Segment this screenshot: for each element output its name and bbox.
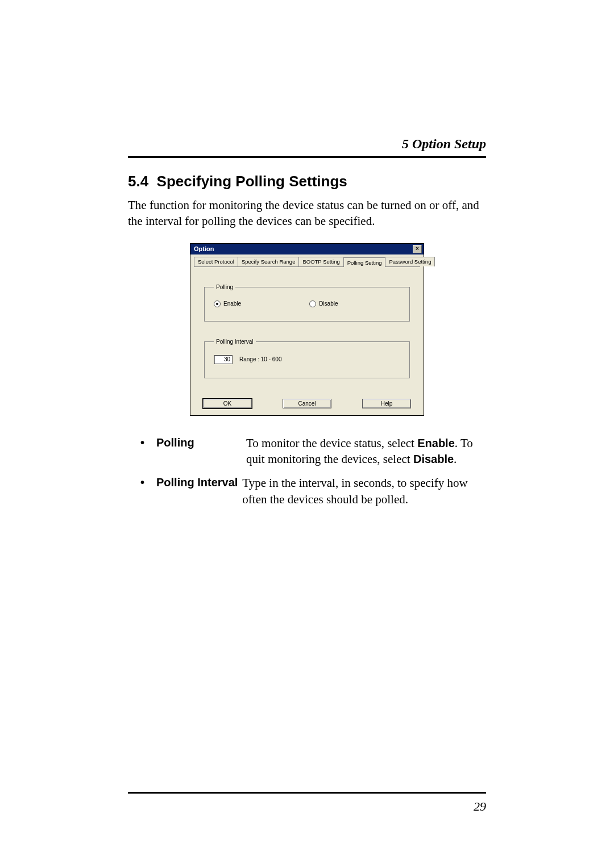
section-intro: The function for monitoring the device s… [128, 197, 486, 229]
bullet-icon: • [128, 475, 156, 507]
polling-group: Polling Enable Disable [204, 284, 410, 322]
footer-rule [128, 792, 486, 794]
tab-password-setting[interactable]: Password Setting [385, 257, 435, 266]
def-polling-enable: Enable [417, 437, 455, 449]
dialog-button-row: OK Cancel Help [194, 395, 420, 411]
definition-list: • Polling To monitor the device status, … [128, 435, 486, 507]
polling-disable-option[interactable]: Disable [309, 301, 338, 307]
def-polling-text-3: . [454, 452, 457, 466]
polling-radio-row: Enable Disable [214, 301, 400, 307]
section-number: 5.4 [128, 173, 148, 190]
dialog-tabs: Select Protocol Specify Search Range BOO… [194, 257, 420, 267]
dialog-body: Select Protocol Specify Search Range BOO… [190, 254, 424, 415]
dialog-screenshot: Option × Select Protocol Specify Search … [128, 243, 486, 416]
polling-interval-group: Polling Interval 30 Range : 10 - 600 [204, 339, 410, 378]
polling-interval-range: Range : 10 - 600 [239, 356, 282, 362]
ok-button[interactable]: OK [203, 399, 252, 408]
help-button[interactable]: Help [362, 399, 411, 408]
document-page: 5 Option Setup 5.4 Specifying Polling Se… [0, 0, 614, 868]
def-interval-term: Polling Interval [156, 475, 238, 507]
radio-icon [309, 301, 316, 307]
close-icon[interactable]: × [413, 245, 422, 253]
tab-specify-search-range[interactable]: Specify Search Range [238, 257, 300, 266]
option-dialog: Option × Select Protocol Specify Search … [190, 243, 424, 416]
bullet-icon: • [128, 435, 156, 468]
page-footer: 29 [128, 792, 486, 814]
polling-enable-option[interactable]: Enable [214, 301, 241, 307]
tab-select-protocol[interactable]: Select Protocol [194, 257, 238, 266]
polling-enable-label: Enable [223, 301, 241, 307]
polling-legend: Polling [214, 284, 235, 290]
def-polling-desc: To monitor the device status, select Ena… [246, 435, 486, 468]
section-heading: Specifying Polling Settings [157, 173, 347, 190]
polling-interval-input[interactable]: 30 [214, 355, 233, 364]
cancel-button[interactable]: Cancel [283, 399, 331, 408]
dialog-title: Option [194, 245, 214, 252]
page-number: 29 [128, 799, 486, 814]
def-polling-term: Polling [156, 435, 246, 468]
running-head: 5 Option Setup [128, 136, 486, 152]
tab-polling-setting[interactable]: Polling Setting [343, 257, 386, 267]
def-polling-disable: Disable [413, 453, 454, 465]
dialog-titlebar: Option × [190, 244, 424, 254]
def-polling-text-1: To monitor the device status, select [246, 436, 417, 450]
def-interval-desc: Type in the interval, in seconds, to spe… [242, 475, 486, 507]
tab-bootp-setting[interactable]: BOOTP Setting [298, 257, 343, 266]
def-polling: • Polling To monitor the device status, … [128, 435, 486, 468]
radio-icon [214, 301, 221, 307]
section-title: 5.4 Specifying Polling Settings [128, 173, 486, 190]
polling-disable-label: Disable [319, 301, 338, 307]
polling-interval-legend: Polling Interval [214, 339, 256, 345]
def-polling-interval: • Polling Interval Type in the interval,… [128, 475, 486, 507]
polling-interval-row: 30 Range : 10 - 600 [214, 355, 400, 364]
header-rule [128, 156, 486, 158]
